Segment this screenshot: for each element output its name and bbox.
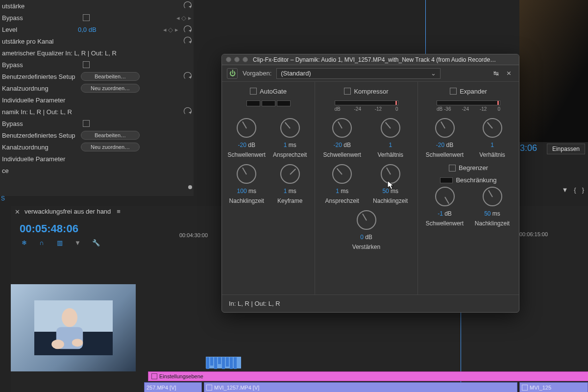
- knob-label: Nachklingzeit: [229, 197, 264, 204]
- autogate-checkbox[interactable]: [250, 88, 257, 95]
- snap-icon[interactable]: ❄: [22, 239, 30, 248]
- makeup-gain-knob[interactable]: [357, 210, 376, 230]
- param-label: utstärke: [2, 2, 78, 10]
- param-label: Level: [2, 26, 78, 33]
- threshold-knob[interactable]: [435, 187, 455, 206]
- traffic-max-icon[interactable]: [243, 57, 248, 62]
- compressor-checkbox[interactable]: [344, 88, 351, 95]
- video-clip[interactable]: MVI_1257.MP4 [V]: [204, 382, 517, 392]
- section-title: Expander: [460, 88, 487, 95]
- param-label: Benutzerdefiniertes Setup: [2, 132, 78, 139]
- release-knob[interactable]: [237, 164, 256, 184]
- fx-badge-icon: [522, 385, 528, 391]
- expander-limiter-section: Expander dB -36-24-120 -20 dBSchwellenwe…: [418, 82, 519, 294]
- knob-label: Schwellenwert: [426, 151, 464, 158]
- limiter-checkbox[interactable]: [449, 165, 456, 172]
- gate-status-leds: [246, 100, 291, 106]
- bracket-in-icon[interactable]: {: [574, 186, 576, 196]
- svg-point-4: [51, 340, 64, 349]
- program-playhead: [425, 0, 426, 54]
- preset-dropdown[interactable]: (Standard)⌄: [276, 68, 441, 79]
- svg-point-5: [72, 339, 82, 346]
- program-monitor: [519, 0, 588, 142]
- release-knob[interactable]: [381, 164, 400, 184]
- param-label: Individuelle Parameter: [2, 155, 78, 163]
- ruler-tick: 00:06:15:00: [519, 230, 588, 240]
- wrench-icon[interactable]: 🔧: [92, 239, 101, 248]
- effect-controls-panel: utstärke Bypass◂ ◇ ▸ Level0,0 dB◂ ◇ ▸ ut…: [0, 0, 194, 196]
- section-title: Kompressor: [354, 88, 388, 95]
- limiter-restrict-label: Beschränkung: [456, 176, 496, 184]
- threshold-knob[interactable]: [332, 118, 352, 138]
- edit-button[interactable]: Bearbeiten…: [81, 131, 140, 140]
- knob-label: Verhältnis: [479, 151, 505, 158]
- param-label: Bypass: [2, 120, 78, 127]
- expander-checkbox[interactable]: [450, 88, 457, 95]
- knob-label: Nachklingzeit: [373, 197, 408, 204]
- linked-selection-icon[interactable]: ▥: [57, 239, 66, 248]
- traffic-close-icon[interactable]: [226, 57, 231, 62]
- fx-badge-icon: [206, 385, 212, 391]
- fx-badge-icon: [151, 373, 157, 379]
- attack-knob[interactable]: [332, 164, 352, 184]
- marker-icon[interactable]: ▼: [74, 239, 83, 248]
- reset-icon[interactable]: [184, 72, 192, 80]
- ratio-knob[interactable]: [483, 118, 502, 138]
- remap-button[interactable]: Neu zuordnen…: [81, 84, 140, 93]
- window-title: Clip-Fx-Editor – Dynamik: Audio 1, MVI_1…: [253, 56, 515, 63]
- adjustment-layer-clip[interactable]: Einstellungsebene: [148, 371, 588, 381]
- effect-name: ametrischer Equalizer In: L, R | Out: L,…: [2, 49, 192, 57]
- ratio-knob[interactable]: [381, 118, 400, 138]
- sequence-name[interactable]: verwacklungsfrei aus der hand: [24, 208, 111, 215]
- fit-button[interactable]: Einpassen: [547, 144, 585, 154]
- video-clip[interactable]: 257.MP4 [V]: [144, 382, 202, 392]
- threshold-knob[interactable]: [435, 118, 455, 138]
- attack-knob[interactable]: [280, 118, 300, 138]
- marker-icon[interactable]: ▼: [562, 186, 568, 196]
- program-timecode[interactable]: 3:06: [520, 143, 537, 153]
- knob-label: Ansprechzeit: [273, 151, 307, 158]
- knob-label: Schwellenwert: [426, 220, 464, 227]
- reset-icon[interactable]: [184, 107, 192, 115]
- traffic-min-icon[interactable]: [234, 57, 240, 62]
- release-knob[interactable]: [483, 187, 502, 206]
- clip-fx-editor-window: Clip-Fx-Editor – Dynamik: Audio 1, MVI_1…: [221, 54, 519, 313]
- keyframe-nav[interactable]: ◂ ◇ ▸: [163, 25, 192, 33]
- param-label: Benutzerdefiniertes Setup: [2, 73, 78, 80]
- zoom-slider[interactable]: [2, 186, 188, 191]
- bypass-checkbox[interactable]: [83, 61, 90, 68]
- bracket-out-icon[interactable]: }: [582, 186, 584, 196]
- limiter-indicator: [440, 177, 453, 183]
- reset-icon[interactable]: [184, 1, 192, 9]
- knob-label: Schwellenwert: [323, 151, 361, 158]
- audio-waveform-clip[interactable]: [206, 357, 241, 368]
- sidechain-icon[interactable]: ↹: [493, 70, 501, 77]
- hold-knob[interactable]: [280, 164, 300, 184]
- effect-name: namik In: L, R | Out: L, R: [2, 108, 184, 116]
- remap-button[interactable]: Neu zuordnen…: [81, 143, 140, 151]
- reset-icon[interactable]: [184, 25, 192, 33]
- param-label: utstärke pro Kanal: [2, 38, 78, 45]
- knob-label: Nachklingzeit: [475, 220, 510, 227]
- level-value[interactable]: 0,0 dB: [78, 26, 154, 33]
- edit-button[interactable]: Bearbeiten…: [81, 72, 140, 81]
- bypass-checkbox[interactable]: [83, 120, 90, 127]
- knob-label: Verhältnis: [377, 151, 403, 158]
- panel-menu-icon[interactable]: ≡: [117, 208, 121, 215]
- window-titlebar[interactable]: Clip-Fx-Editor – Dynamik: Audio 1, MVI_1…: [222, 54, 519, 65]
- param-label: Individuelle Parameter: [2, 97, 78, 104]
- close-icon[interactable]: ⨯: [506, 70, 514, 77]
- power-button[interactable]: ⏻: [227, 68, 238, 79]
- program-controls: ▼ { }: [529, 186, 588, 196]
- row-indicator: S: [0, 195, 5, 202]
- param-label: Bypass: [2, 14, 78, 22]
- bypass-checkbox[interactable]: [83, 14, 90, 21]
- magnet-icon[interactable]: ∩: [39, 239, 48, 248]
- knob-label: Verstärken: [352, 244, 380, 250]
- video-clip[interactable]: MVI_125: [519, 382, 588, 392]
- keyframe-nav[interactable]: ◂ ◇ ▸: [176, 14, 192, 22]
- close-icon[interactable]: ✕: [15, 208, 21, 214]
- reset-icon[interactable]: [184, 37, 192, 45]
- section-title: Begrenzer: [459, 164, 488, 172]
- threshold-knob[interactable]: [237, 118, 256, 138]
